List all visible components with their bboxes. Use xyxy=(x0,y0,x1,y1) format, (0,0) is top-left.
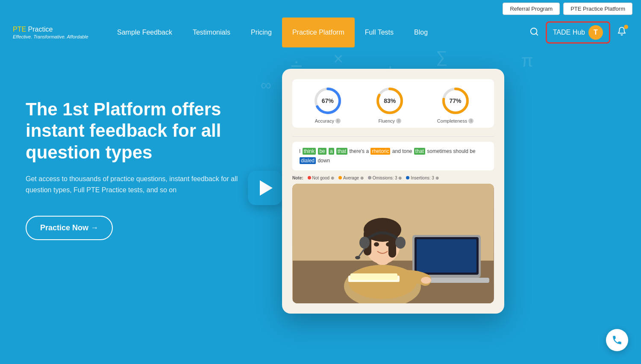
tade-avatar: T xyxy=(588,25,603,40)
nav-testimonials[interactable]: Testimonials xyxy=(182,18,241,47)
word-think: think xyxy=(303,148,316,155)
nav-full-tests[interactable]: Full Tests xyxy=(355,18,404,47)
accuracy-value: 67% xyxy=(322,97,334,104)
word-i: I xyxy=(299,148,302,154)
note-label: Note: xyxy=(292,176,303,180)
svg-point-36 xyxy=(386,242,391,247)
logo-title: PTE Practice xyxy=(13,26,90,33)
svg-text:×: × xyxy=(333,49,343,68)
pte-practice-platform-button[interactable]: PTE Practice Platform xyxy=(563,3,632,15)
insertions-dot xyxy=(406,176,409,179)
top-bar: Referral Program PTE Practice Platform xyxy=(0,0,641,18)
completeness-score: 77% Completeness ℹ xyxy=(437,86,473,123)
accuracy-label: Accuracy ℹ xyxy=(315,118,341,123)
tade-hub-button[interactable]: TADE Hub T xyxy=(546,21,610,44)
nav-practice-platform[interactable]: Practice Platform xyxy=(282,18,355,47)
fluency-value: 83% xyxy=(384,97,396,104)
nav-blog[interactable]: Blog xyxy=(404,18,438,47)
not-good-dot xyxy=(308,176,311,179)
fluency-label: Fluency ℹ xyxy=(379,118,402,123)
score-row: 67% Accuracy ℹ 83% xyxy=(292,79,494,128)
hero-left: The 1st Platform offers instant feedback… xyxy=(26,65,282,240)
platform-mockup: 67% Accuracy ℹ 83% xyxy=(282,69,504,314)
logo-subtitle: Effective. Transformative. Affordable xyxy=(13,34,90,39)
feedback-area: I think be a that there's a rhetoric and… xyxy=(292,142,494,170)
practice-now-button[interactable]: Practice Now → xyxy=(26,216,113,240)
svg-point-31 xyxy=(359,237,370,249)
word-a1: a xyxy=(329,148,334,155)
svg-text:∑: ∑ xyxy=(436,48,447,66)
logo[interactable]: PTE Practice Effective. Transformative. … xyxy=(13,26,90,39)
fluency-circle: 83% xyxy=(375,86,405,116)
note-omissions: Omissions: 3 ⊕ xyxy=(368,176,402,180)
hero-right: 67% Accuracy ℹ 83% xyxy=(282,69,504,314)
nav-links: Sample Feedback Testimonials Pricing Pra… xyxy=(107,18,528,47)
hero-heading: The 1st Platform offers instant feedback… xyxy=(26,99,282,163)
svg-point-32 xyxy=(395,237,406,249)
accuracy-score: 67% Accuracy ℹ xyxy=(313,86,343,123)
search-icon[interactable] xyxy=(528,25,541,40)
note-not-good: Not good ⊕ xyxy=(308,176,334,180)
svg-rect-39 xyxy=(350,273,397,280)
fluency-score: 83% Fluency ℹ xyxy=(375,86,405,123)
svg-point-37 xyxy=(421,277,431,284)
play-triangle-icon xyxy=(260,180,273,196)
phone-fab-button[interactable] xyxy=(606,329,628,351)
hero-section: ÷ × + ∑ − π ∞ % = The 1st Platform offer… xyxy=(0,47,641,346)
svg-rect-23 xyxy=(417,239,476,273)
nav-sample-feedback[interactable]: Sample Feedback xyxy=(107,18,182,47)
student-photo xyxy=(292,184,494,303)
word-that2: that xyxy=(414,148,425,155)
accuracy-circle: 67% xyxy=(313,86,343,116)
phone-icon xyxy=(612,335,623,346)
hero-description: Get access to thousands of practice ques… xyxy=(26,173,248,195)
student-illustration xyxy=(293,184,494,303)
completeness-circle: 77% xyxy=(441,86,470,116)
play-button[interactable] xyxy=(248,171,282,205)
notification-button[interactable] xyxy=(615,25,628,40)
completeness-label: Completeness ℹ xyxy=(437,118,473,123)
svg-point-34 xyxy=(355,256,360,259)
notes-row: Note: Not good ⊕ Average ⊕ Omissions: 3 … xyxy=(292,176,494,180)
word-rhetoric: rhetoric xyxy=(370,148,390,155)
svg-text:π: π xyxy=(521,51,533,70)
svg-line-1 xyxy=(536,33,538,35)
referral-program-button[interactable]: Referral Program xyxy=(503,3,560,15)
omissions-dot xyxy=(368,176,371,179)
notification-badge xyxy=(624,25,628,29)
completeness-value: 77% xyxy=(450,97,462,104)
note-insertions: Insertions: 3 ⊕ xyxy=(406,176,438,180)
nav-pricing[interactable]: Pricing xyxy=(241,18,282,47)
word-be: be xyxy=(318,148,326,155)
note-average: Average ⊕ xyxy=(338,176,364,180)
divider xyxy=(292,136,494,137)
word-that1: that xyxy=(336,148,347,155)
tade-hub-label: TADE Hub xyxy=(553,29,585,36)
average-dot xyxy=(338,176,342,179)
nav-right: TADE Hub T xyxy=(528,21,628,44)
feedback-text: I think be a that there's a rhetoric and… xyxy=(299,147,487,165)
logo-pte: PTE xyxy=(13,26,26,33)
logo-practice-text: Practice xyxy=(26,26,53,33)
svg-point-35 xyxy=(374,242,379,247)
navbar: PTE Practice Effective. Transformative. … xyxy=(0,18,641,47)
word-dialed: dialed xyxy=(300,157,316,164)
